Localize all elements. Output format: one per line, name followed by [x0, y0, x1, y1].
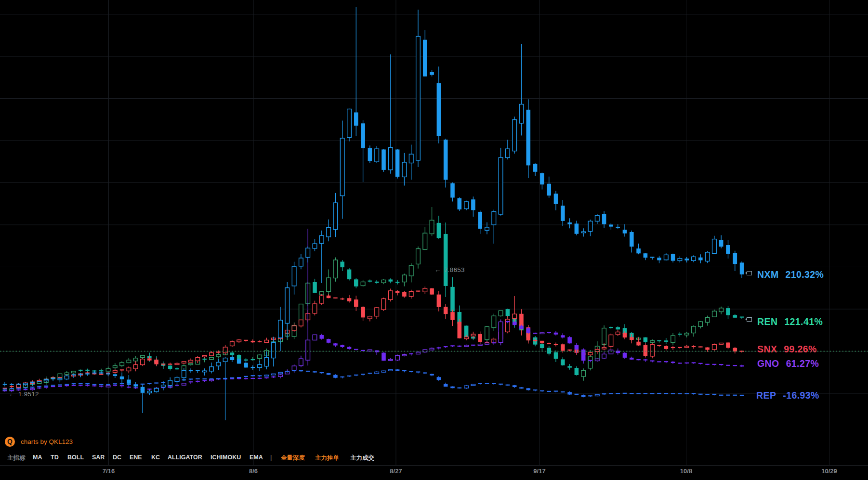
indicator-td[interactable]: TD [51, 454, 59, 461]
brand-watermark[interactable]: Q charts by QKL123 [5, 437, 73, 447]
series-label-ren: REN121.41% [757, 316, 823, 327]
toolbar-separator: | [270, 454, 272, 461]
x-tick: 9/17 [533, 467, 545, 475]
series-label-snx: SNX99.26% [757, 344, 817, 355]
left-arrow-icon: ← [434, 266, 441, 273]
price-value: 1.9512 [18, 390, 39, 398]
toolbar-full-depth[interactable]: 全量深度 [281, 454, 305, 462]
indicator-boll[interactable]: BOLL [67, 454, 84, 461]
qkl123-logo-icon[interactable]: Q [5, 437, 15, 447]
x-tick: 7/16 [103, 467, 115, 475]
price-annotation-high: ←7.8653 [434, 266, 465, 273]
indicator-ene[interactable]: ENE [130, 454, 142, 461]
series-pct: 61.27% [786, 358, 819, 369]
left-arrow-icon: ← [9, 390, 15, 398]
series-name: GNO [757, 358, 779, 369]
indicator-ichimoku[interactable]: ICHIMOKU [210, 454, 241, 461]
x-tick: 8/6 [249, 467, 258, 475]
series-name: SNX [757, 344, 777, 354]
last-price-tag-icon [747, 271, 752, 275]
series-pct: 99.26% [784, 344, 817, 354]
toolbar-main-orders[interactable]: 主力挂单 [315, 454, 339, 462]
indicator-alligator[interactable]: ALLIGATOR [168, 454, 202, 461]
x-tick: 10/29 [821, 467, 837, 475]
brand-watermark-text[interactable]: charts by QKL123 [21, 438, 73, 445]
indicator-sar[interactable]: SAR [92, 454, 105, 461]
toolbar-top-divider [0, 435, 868, 435]
series-label-nxm: NXM210.32% [757, 269, 824, 280]
series-pct: 210.32% [786, 269, 824, 280]
indicator-ma[interactable]: MA [33, 454, 42, 461]
price-annotation-low: ←1.9512 [9, 390, 39, 398]
series-name: REP [756, 390, 776, 401]
candlestick-chart-canvas[interactable] [0, 0, 868, 480]
indicator-kc[interactable]: KC [151, 454, 160, 461]
series-name: REN [757, 316, 777, 327]
indicator-main[interactable]: 主指标 [7, 454, 26, 462]
toolbar-main-trades[interactable]: 主力成交 [350, 454, 374, 462]
x-tick: 8/27 [390, 467, 402, 475]
axis-divider [0, 465, 868, 466]
x-tick: 10/8 [680, 467, 692, 475]
indicator-dc[interactable]: DC [113, 454, 121, 461]
series-label-gno: GNO61.27% [757, 358, 819, 369]
series-pct: 121.41% [784, 316, 823, 327]
series-name: NXM [757, 269, 779, 280]
price-value: 7.8653 [444, 266, 465, 273]
last-price-tag-icon [747, 317, 752, 322]
series-label-rep: REP-16.93% [756, 390, 819, 401]
series-pct: -16.93% [783, 390, 819, 401]
indicator-ema[interactable]: EMA [250, 454, 263, 461]
qkl123-chart-window: NXM210.32% REN121.41% SNX99.26% GNO61.27… [0, 0, 868, 480]
